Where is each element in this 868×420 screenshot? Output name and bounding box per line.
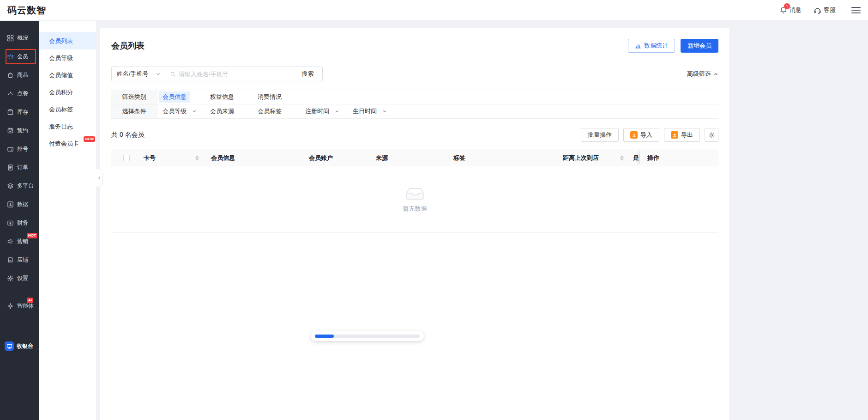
calendar-check-icon — [7, 127, 14, 134]
sidebar-item-cashier[interactable]: 收银台 — [0, 341, 39, 351]
sidebar-item-queue[interactable]: 排号 — [0, 140, 39, 158]
filter-option-label: 会员等级 — [159, 106, 190, 117]
filter-panel: 筛选类别 会员信息 权益信息 消费情况 选择条件 会 — [111, 90, 718, 119]
batch-operations-button[interactable]: 批量操作 — [581, 128, 619, 142]
bar-chart-icon — [7, 201, 14, 208]
sidebar-item-shop[interactable]: 店铺 — [0, 250, 39, 269]
sidebar-item-inventory[interactable]: 库存 — [0, 103, 39, 121]
sidebar-collapse-handle[interactable] — [96, 169, 103, 187]
advanced-filter-label: 高级筛选 — [687, 70, 711, 78]
primary-sidebar: 概况 会员 商品 点餐 库存 — [0, 21, 39, 420]
search-input[interactable] — [179, 71, 288, 78]
search-input-wrap — [165, 67, 293, 81]
filter-tab-member-info[interactable]: 会员信息 — [163, 91, 210, 103]
column-label: 会员信息 — [211, 154, 235, 162]
filter-condition-label: 选择条件 — [111, 104, 157, 118]
member-table: 卡号 会员信息 会员账户 来源 标签 — [111, 149, 718, 233]
sidebar-item-reservation[interactable]: 预约 — [0, 121, 39, 140]
sidebar-item-label: 营销 — [17, 237, 28, 245]
advanced-filter-toggle[interactable]: 高级筛选 — [687, 70, 718, 78]
sidebar-item-orders[interactable]: 订单 — [0, 158, 39, 177]
chevron-down-icon — [192, 109, 197, 114]
sort-toggle[interactable] — [620, 155, 624, 161]
data-statistics-label: 数据统计 — [644, 42, 668, 50]
cashier-monitor-icon — [5, 341, 14, 351]
search-field-select[interactable]: 姓名/手机号 — [111, 67, 165, 81]
sidebar-item-ordering[interactable]: 点餐 — [0, 84, 39, 103]
empty-inbox-icon — [404, 186, 426, 201]
sidebar-item-marketing[interactable]: 营销 HOT — [0, 232, 39, 250]
table-header: 卡号 会员信息 会员账户 来源 标签 — [111, 149, 718, 166]
messages-button[interactable]: 1 消息 — [779, 6, 802, 14]
sidebar-item-overview[interactable]: 概况 — [0, 29, 39, 47]
empty-text: 暂无数据 — [403, 205, 427, 213]
sidebar-item-finance[interactable]: 财务 — [0, 213, 39, 232]
add-member-button[interactable]: 新增会员 — [681, 39, 718, 53]
export-icon — [671, 131, 678, 139]
filter-member-level-dropdown[interactable]: 会员等级 — [163, 106, 210, 117]
filter-category-row: 筛选类别 会员信息 权益信息 消费情况 — [111, 90, 718, 104]
add-member-label: 新增会员 — [687, 42, 711, 50]
column-actions-fixed: 操作 — [640, 149, 718, 166]
filter-tab-rights-info[interactable]: 权益信息 — [210, 91, 258, 103]
filter-condition-row: 选择条件 会员等级 会员来源 会员标签 注册时间 — [111, 104, 718, 119]
sidebar-item-multiplatform[interactable]: 多平台 — [0, 177, 39, 195]
hot-badge: HOT — [27, 233, 37, 238]
submenu-item-member-list[interactable]: 会员列表 — [39, 32, 96, 49]
submenu-item-paid-member-card[interactable]: 付费会员卡 NEW — [39, 135, 96, 152]
column-settings-button[interactable] — [705, 128, 718, 142]
sidebar-item-products[interactable]: 商品 — [0, 66, 39, 84]
filter-option-label: 注册时间 — [301, 106, 333, 117]
submenu-item-member-tags[interactable]: 会员标签 — [39, 101, 96, 118]
search-button[interactable]: 搜索 — [293, 67, 323, 81]
support-button[interactable]: 客服 — [814, 6, 836, 14]
sidebar-item-data[interactable]: 数据 — [0, 195, 39, 213]
sidebar-item-members[interactable]: 会员 — [0, 47, 39, 66]
member-count-text: 共 0 名会员 — [111, 131, 145, 139]
data-statistics-button[interactable]: 数据统计 — [628, 39, 675, 53]
column-tags: 标签 — [446, 154, 555, 162]
money-icon — [7, 219, 14, 226]
filter-tab-consumption[interactable]: 消费情况 — [258, 91, 305, 103]
submenu-item-service-log[interactable]: 服务日志 — [39, 118, 96, 135]
import-label: 导入 — [640, 131, 652, 139]
app-logo: 码云数智 — [7, 4, 46, 17]
filter-member-source[interactable]: 会员来源 — [210, 106, 258, 117]
member-list-card: 会员列表 数据统计 新增会员 姓名/手机号 — [100, 28, 729, 420]
spark-icon — [7, 303, 14, 310]
sort-toggle[interactable] — [195, 155, 199, 161]
sidebar-item-settings[interactable]: 设置 — [0, 269, 39, 287]
filter-register-time-dropdown[interactable]: 注册时间 — [305, 106, 353, 117]
filter-tab-label: 会员信息 — [159, 91, 190, 103]
submenu-item-member-levels[interactable]: 会员等级 — [39, 49, 96, 67]
submenu-item-member-stored-value[interactable]: 会员储值 — [39, 67, 96, 84]
filter-option-label: 生日时间 — [349, 106, 380, 117]
progress-bar[interactable] — [311, 331, 424, 341]
batch-operations-label: 批量操作 — [588, 131, 612, 139]
cashier-label: 收银台 — [17, 342, 33, 350]
filter-tab-label: 权益信息 — [206, 91, 238, 103]
filter-tab-label: 消费情况 — [254, 91, 285, 103]
sidebar-item-ai-agent[interactable]: 智能体 AI — [0, 297, 39, 315]
layers-icon — [7, 183, 14, 189]
import-button[interactable]: 导入 — [623, 128, 659, 142]
headset-icon — [814, 6, 821, 14]
document-icon — [7, 164, 14, 171]
select-all-checkbox[interactable] — [123, 155, 130, 161]
submenu-item-label: 会员积分 — [49, 88, 73, 97]
import-icon — [630, 131, 638, 139]
export-button[interactable]: 导出 — [664, 128, 700, 142]
menu-hamburger-icon[interactable] — [850, 5, 862, 15]
messages-label: 消息 — [790, 6, 802, 14]
filter-member-tags[interactable]: 会员标签 — [258, 106, 305, 117]
table-toolbar: 批量操作 导入 导出 — [581, 128, 718, 142]
sidebar-item-label: 商品 — [17, 71, 28, 79]
submenu-item-member-points[interactable]: 会员积分 — [39, 84, 96, 101]
filter-birthday-time-dropdown[interactable]: 生日时间 — [353, 106, 400, 117]
filter-category-options: 会员信息 权益信息 消费情况 — [157, 90, 305, 104]
search-field-value: 姓名/手机号 — [117, 70, 149, 78]
crown-icon — [7, 53, 14, 60]
chevron-down-icon — [335, 109, 339, 114]
column-label: 会员账户 — [309, 154, 333, 162]
support-label: 客服 — [824, 6, 836, 14]
